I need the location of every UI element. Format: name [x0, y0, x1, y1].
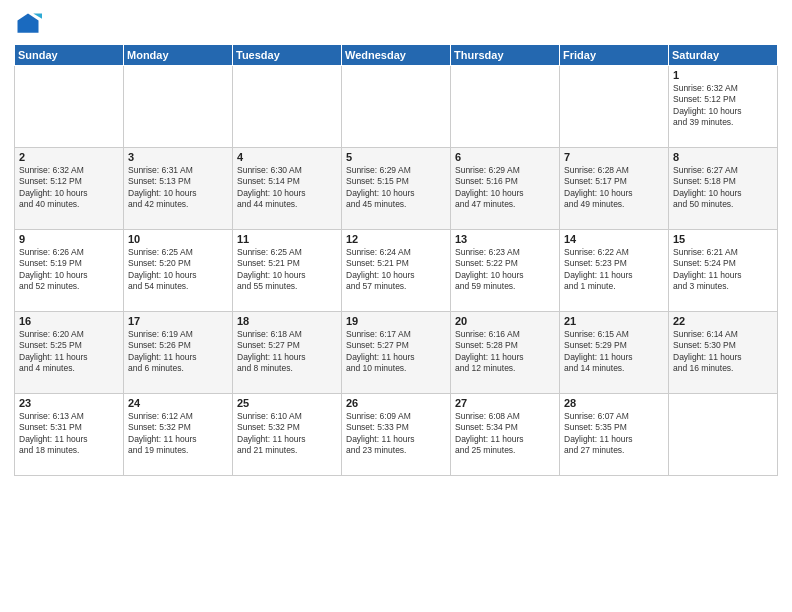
day-info: Sunrise: 6:17 AM Sunset: 5:27 PM Dayligh…	[346, 329, 446, 375]
logo-icon	[14, 10, 42, 38]
day-cell	[124, 66, 233, 148]
week-row-3: 16Sunrise: 6:20 AM Sunset: 5:25 PM Dayli…	[15, 312, 778, 394]
day-cell: 2Sunrise: 6:32 AM Sunset: 5:12 PM Daylig…	[15, 148, 124, 230]
day-cell: 21Sunrise: 6:15 AM Sunset: 5:29 PM Dayli…	[560, 312, 669, 394]
day-cell: 13Sunrise: 6:23 AM Sunset: 5:22 PM Dayli…	[451, 230, 560, 312]
logo	[14, 10, 46, 38]
day-info: Sunrise: 6:12 AM Sunset: 5:32 PM Dayligh…	[128, 411, 228, 457]
day-info: Sunrise: 6:30 AM Sunset: 5:14 PM Dayligh…	[237, 165, 337, 211]
day-info: Sunrise: 6:09 AM Sunset: 5:33 PM Dayligh…	[346, 411, 446, 457]
header-wednesday: Wednesday	[342, 45, 451, 66]
header-tuesday: Tuesday	[233, 45, 342, 66]
day-number: 16	[19, 315, 119, 327]
day-number: 7	[564, 151, 664, 163]
day-cell: 19Sunrise: 6:17 AM Sunset: 5:27 PM Dayli…	[342, 312, 451, 394]
day-number: 6	[455, 151, 555, 163]
day-number: 17	[128, 315, 228, 327]
day-info: Sunrise: 6:10 AM Sunset: 5:32 PM Dayligh…	[237, 411, 337, 457]
day-info: Sunrise: 6:27 AM Sunset: 5:18 PM Dayligh…	[673, 165, 773, 211]
day-cell: 4Sunrise: 6:30 AM Sunset: 5:14 PM Daylig…	[233, 148, 342, 230]
header-thursday: Thursday	[451, 45, 560, 66]
header	[14, 10, 778, 38]
day-number: 4	[237, 151, 337, 163]
day-number: 14	[564, 233, 664, 245]
day-cell: 15Sunrise: 6:21 AM Sunset: 5:24 PM Dayli…	[669, 230, 778, 312]
day-info: Sunrise: 6:32 AM Sunset: 5:12 PM Dayligh…	[19, 165, 119, 211]
header-monday: Monday	[124, 45, 233, 66]
day-cell	[560, 66, 669, 148]
day-cell: 8Sunrise: 6:27 AM Sunset: 5:18 PM Daylig…	[669, 148, 778, 230]
day-cell: 7Sunrise: 6:28 AM Sunset: 5:17 PM Daylig…	[560, 148, 669, 230]
day-info: Sunrise: 6:14 AM Sunset: 5:30 PM Dayligh…	[673, 329, 773, 375]
week-row-2: 9Sunrise: 6:26 AM Sunset: 5:19 PM Daylig…	[15, 230, 778, 312]
day-cell: 5Sunrise: 6:29 AM Sunset: 5:15 PM Daylig…	[342, 148, 451, 230]
day-cell: 26Sunrise: 6:09 AM Sunset: 5:33 PM Dayli…	[342, 394, 451, 476]
header-saturday: Saturday	[669, 45, 778, 66]
day-cell	[233, 66, 342, 148]
day-info: Sunrise: 6:29 AM Sunset: 5:15 PM Dayligh…	[346, 165, 446, 211]
week-row-1: 2Sunrise: 6:32 AM Sunset: 5:12 PM Daylig…	[15, 148, 778, 230]
day-cell	[15, 66, 124, 148]
day-info: Sunrise: 6:22 AM Sunset: 5:23 PM Dayligh…	[564, 247, 664, 293]
day-number: 13	[455, 233, 555, 245]
day-cell: 18Sunrise: 6:18 AM Sunset: 5:27 PM Dayli…	[233, 312, 342, 394]
day-info: Sunrise: 6:25 AM Sunset: 5:20 PM Dayligh…	[128, 247, 228, 293]
day-number: 15	[673, 233, 773, 245]
day-info: Sunrise: 6:15 AM Sunset: 5:29 PM Dayligh…	[564, 329, 664, 375]
day-number: 20	[455, 315, 555, 327]
day-cell: 14Sunrise: 6:22 AM Sunset: 5:23 PM Dayli…	[560, 230, 669, 312]
header-friday: Friday	[560, 45, 669, 66]
header-row: SundayMondayTuesdayWednesdayThursdayFrid…	[15, 45, 778, 66]
week-row-0: 1Sunrise: 6:32 AM Sunset: 5:12 PM Daylig…	[15, 66, 778, 148]
day-cell: 24Sunrise: 6:12 AM Sunset: 5:32 PM Dayli…	[124, 394, 233, 476]
day-number: 10	[128, 233, 228, 245]
svg-marker-0	[18, 14, 39, 33]
day-info: Sunrise: 6:13 AM Sunset: 5:31 PM Dayligh…	[19, 411, 119, 457]
day-number: 3	[128, 151, 228, 163]
day-number: 11	[237, 233, 337, 245]
day-info: Sunrise: 6:18 AM Sunset: 5:27 PM Dayligh…	[237, 329, 337, 375]
day-cell: 9Sunrise: 6:26 AM Sunset: 5:19 PM Daylig…	[15, 230, 124, 312]
week-row-4: 23Sunrise: 6:13 AM Sunset: 5:31 PM Dayli…	[15, 394, 778, 476]
day-cell: 11Sunrise: 6:25 AM Sunset: 5:21 PM Dayli…	[233, 230, 342, 312]
day-number: 19	[346, 315, 446, 327]
day-info: Sunrise: 6:16 AM Sunset: 5:28 PM Dayligh…	[455, 329, 555, 375]
day-number: 5	[346, 151, 446, 163]
calendar-body: 1Sunrise: 6:32 AM Sunset: 5:12 PM Daylig…	[15, 66, 778, 476]
header-sunday: Sunday	[15, 45, 124, 66]
day-cell: 10Sunrise: 6:25 AM Sunset: 5:20 PM Dayli…	[124, 230, 233, 312]
day-number: 23	[19, 397, 119, 409]
day-number: 24	[128, 397, 228, 409]
day-number: 18	[237, 315, 337, 327]
day-cell: 28Sunrise: 6:07 AM Sunset: 5:35 PM Dayli…	[560, 394, 669, 476]
day-cell: 3Sunrise: 6:31 AM Sunset: 5:13 PM Daylig…	[124, 148, 233, 230]
day-info: Sunrise: 6:19 AM Sunset: 5:26 PM Dayligh…	[128, 329, 228, 375]
day-cell: 23Sunrise: 6:13 AM Sunset: 5:31 PM Dayli…	[15, 394, 124, 476]
day-number: 12	[346, 233, 446, 245]
day-info: Sunrise: 6:26 AM Sunset: 5:19 PM Dayligh…	[19, 247, 119, 293]
day-info: Sunrise: 6:24 AM Sunset: 5:21 PM Dayligh…	[346, 247, 446, 293]
day-info: Sunrise: 6:29 AM Sunset: 5:16 PM Dayligh…	[455, 165, 555, 211]
day-info: Sunrise: 6:32 AM Sunset: 5:12 PM Dayligh…	[673, 83, 773, 129]
day-cell: 1Sunrise: 6:32 AM Sunset: 5:12 PM Daylig…	[669, 66, 778, 148]
day-info: Sunrise: 6:28 AM Sunset: 5:17 PM Dayligh…	[564, 165, 664, 211]
day-info: Sunrise: 6:20 AM Sunset: 5:25 PM Dayligh…	[19, 329, 119, 375]
day-info: Sunrise: 6:21 AM Sunset: 5:24 PM Dayligh…	[673, 247, 773, 293]
day-info: Sunrise: 6:08 AM Sunset: 5:34 PM Dayligh…	[455, 411, 555, 457]
day-number: 27	[455, 397, 555, 409]
day-cell	[342, 66, 451, 148]
day-number: 1	[673, 69, 773, 81]
day-info: Sunrise: 6:25 AM Sunset: 5:21 PM Dayligh…	[237, 247, 337, 293]
day-cell: 20Sunrise: 6:16 AM Sunset: 5:28 PM Dayli…	[451, 312, 560, 394]
day-number: 26	[346, 397, 446, 409]
day-number: 2	[19, 151, 119, 163]
day-info: Sunrise: 6:31 AM Sunset: 5:13 PM Dayligh…	[128, 165, 228, 211]
day-cell: 17Sunrise: 6:19 AM Sunset: 5:26 PM Dayli…	[124, 312, 233, 394]
day-cell: 6Sunrise: 6:29 AM Sunset: 5:16 PM Daylig…	[451, 148, 560, 230]
day-info: Sunrise: 6:07 AM Sunset: 5:35 PM Dayligh…	[564, 411, 664, 457]
day-cell: 22Sunrise: 6:14 AM Sunset: 5:30 PM Dayli…	[669, 312, 778, 394]
day-number: 25	[237, 397, 337, 409]
day-number: 28	[564, 397, 664, 409]
day-number: 21	[564, 315, 664, 327]
calendar-table: SundayMondayTuesdayWednesdayThursdayFrid…	[14, 44, 778, 476]
